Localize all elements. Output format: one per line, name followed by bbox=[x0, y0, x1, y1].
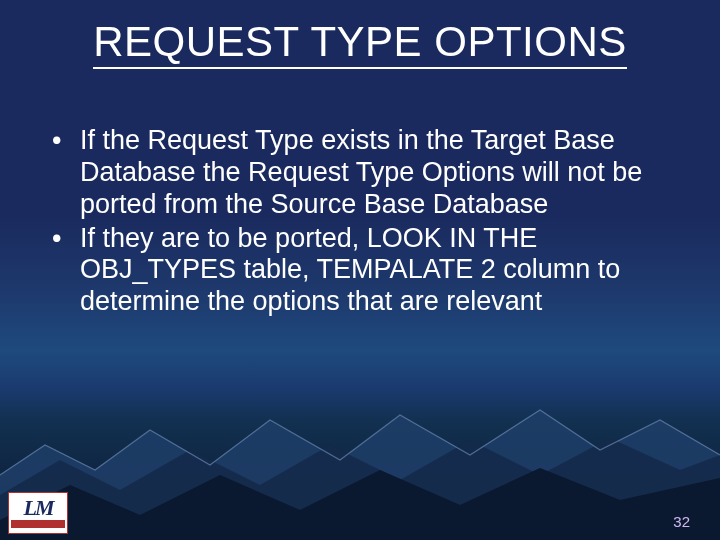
logo-subtext bbox=[11, 520, 65, 528]
bullet-marker: • bbox=[52, 125, 80, 157]
slide-title: REQUEST TYPE OPTIONS bbox=[0, 18, 720, 66]
slide: REQUEST TYPE OPTIONS • If the Request Ty… bbox=[0, 0, 720, 540]
page-number: 32 bbox=[673, 513, 690, 530]
slide-title-text: REQUEST TYPE OPTIONS bbox=[93, 18, 627, 69]
bullet-marker: • bbox=[52, 223, 80, 255]
mountain-decoration bbox=[0, 360, 720, 540]
bullet-text: If they are to be ported, LOOK IN THE OB… bbox=[80, 223, 660, 319]
bullet-text: If the Request Type exists in the Target… bbox=[80, 125, 660, 221]
slide-body: • If the Request Type exists in the Targ… bbox=[52, 125, 660, 320]
bullet-item: • If they are to be ported, LOOK IN THE … bbox=[52, 223, 660, 319]
logo-text: LM bbox=[24, 498, 53, 518]
bullet-item: • If the Request Type exists in the Targ… bbox=[52, 125, 660, 221]
logo: LM bbox=[8, 492, 68, 534]
